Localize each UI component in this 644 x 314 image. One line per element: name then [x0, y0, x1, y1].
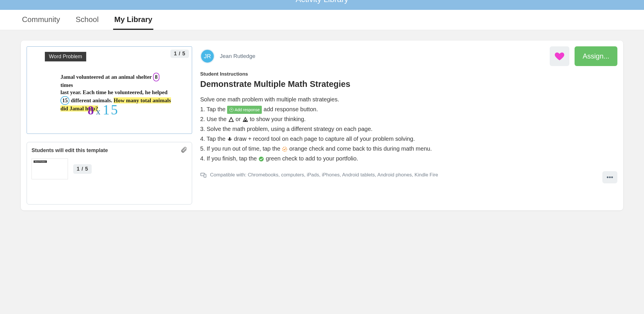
template-thumbnail[interactable]: Word Problem: [32, 158, 68, 179]
tab-school[interactable]: School: [74, 10, 100, 30]
devices-icon: [200, 172, 207, 180]
activity-title: Demonstrate Multiple Math Strategies: [200, 79, 617, 89]
page-indicator: 1 / 5: [170, 50, 189, 58]
more-button[interactable]: •••: [602, 171, 617, 183]
activity-card: Word Problem 1 / 5 Jamal volunteered at …: [21, 41, 623, 210]
handwritten-equation: 8 x 15: [88, 102, 119, 118]
green-check-icon: [258, 156, 264, 162]
template-title: Students will edit this template: [32, 147, 108, 154]
triangle-outline-icon: [228, 117, 234, 123]
orange-check-icon: [282, 146, 288, 152]
tabbar: Community School My Library: [0, 10, 644, 30]
ellipsis-icon: •••: [606, 174, 613, 181]
compatibility-text: Compatible with: Chromebooks, computers,…: [210, 171, 599, 179]
author-name[interactable]: Jean Rutledge: [220, 53, 544, 59]
favorite-button[interactable]: [550, 46, 569, 66]
triangle-fill-icon: [242, 117, 248, 123]
tab-my-library[interactable]: My Library: [113, 10, 154, 30]
circled-number-15: 15: [60, 96, 69, 105]
instructions: Solve one math problem with multiple mat…: [200, 95, 617, 163]
assign-button[interactable]: Assign...: [575, 46, 617, 66]
preview-chip: Word Problem: [45, 52, 86, 61]
tab-community[interactable]: Community: [21, 10, 61, 30]
microphone-icon: [227, 137, 232, 142]
add-response-badge: + Add response: [227, 106, 262, 114]
template-box: Students will edit this template Word Pr…: [27, 142, 192, 205]
attachment-icon[interactable]: [180, 146, 187, 154]
heart-icon: [554, 51, 565, 62]
author-avatar[interactable]: JR: [200, 49, 215, 63]
svg-rect-3: [204, 174, 206, 177]
page-header: Activity Library: [0, 0, 644, 10]
page-header-title: Activity Library: [296, 0, 348, 4]
activity-preview[interactable]: Word Problem 1 / 5 Jamal volunteered at …: [27, 46, 192, 134]
circled-number-8: 8: [153, 73, 159, 81]
section-label: Student Instructions: [200, 71, 617, 77]
template-page-indicator: 1 / 5: [73, 164, 92, 174]
svg-point-1: [259, 156, 264, 161]
plus-circle-icon: +: [229, 108, 233, 112]
